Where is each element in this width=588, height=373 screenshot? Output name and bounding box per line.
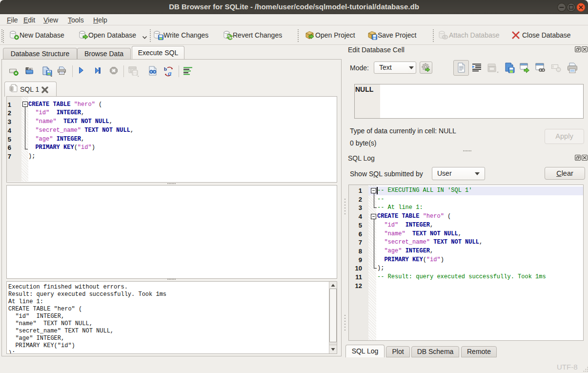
svg-text:b: b — [164, 66, 167, 72]
